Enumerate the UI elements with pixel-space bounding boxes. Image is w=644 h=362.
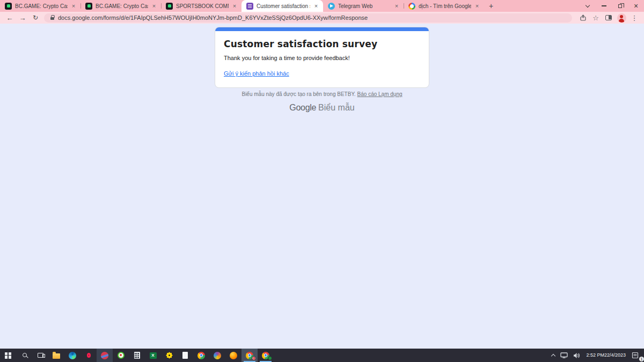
bcgame-icon [166,3,173,10]
side-panel-icon[interactable] [602,12,615,23]
tab-close-icon[interactable] [393,2,400,10]
google-forms-icon [246,3,253,10]
address-bar[interactable]: docs.google.com/forms/d/e/1FAIpQLSehH57W… [44,13,572,23]
google-icon [408,3,415,10]
clock-date: 22/4/2023 [604,352,626,358]
browser-window: BC.GAME: Crypto Casino Games BC.GAME: Cr… [0,0,644,362]
back-icon[interactable] [3,12,16,23]
green-utility-app-icon[interactable] [113,349,129,362]
file-explorer-icon[interactable] [48,349,64,362]
excel-icon[interactable] [145,349,161,362]
system-tray: 2:52 PM 22/4/2023 1 [549,349,644,362]
new-tab-button[interactable] [484,0,498,12]
tab-title: Telegram Web [338,3,391,9]
bookmark-star-icon[interactable] [589,12,602,23]
form-title: Customer satisfaction survey [224,38,420,50]
bcgame-icon [85,3,92,10]
clock-time: 2:52 PM [586,352,604,358]
tab-strip: BC.GAME: Crypto Casino Games BC.GAME: Cr… [0,0,644,12]
tab-search-chevron-icon[interactable] [580,0,596,12]
tab-close-icon[interactable] [70,2,77,10]
firefox-icon[interactable] [225,349,241,362]
telegram-icon [328,3,335,10]
tab-close-icon[interactable] [473,2,481,10]
bcgame-icon [5,3,12,10]
browser-toolbar: docs.google.com/forms/d/e/1FAIpQLSehH57W… [0,12,644,24]
network-icon[interactable] [558,349,570,362]
report-abuse-link[interactable]: Báo cáo Lạm dụng [357,91,402,97]
tab-title: SPORTSBOOK COMMUNITY SURVEY [176,3,229,9]
form-response-page: Customer satisfaction survey Thank you f… [0,24,644,349]
forms-product-text: Biểu mẫu [318,103,355,112]
chevron-up-icon[interactable] [549,349,558,362]
reload-icon[interactable] [29,12,42,23]
form-card: Customer satisfaction survey Thank you f… [215,27,429,88]
yellow-gear-app-icon[interactable] [161,349,177,362]
tab-close-icon[interactable] [312,2,320,10]
tab-title: Customer satisfaction survey [257,3,310,9]
google-forms-branding: GoogleBiểu mẫu [0,103,644,113]
tab-title: dịch - Tìm trên Google [419,3,471,9]
url-text: docs.google.com/forms/d/e/1FAIpQLSehH57W… [58,14,368,21]
notification-icon[interactable]: 1 [629,349,644,362]
submit-another-response-link[interactable]: Gửi ý kiến phản hồi khác [224,70,289,77]
form-confirmation-message: Thank you for taking a time to provide f… [224,55,420,62]
restore-icon[interactable] [612,0,628,12]
tab-sportsbook-survey[interactable]: SPORTSBOOK COMMUNITY SURVEY [161,0,241,12]
tab-bcgame-1[interactable]: BC.GAME: Crypto Casino Games [0,0,80,12]
chrome-icon[interactable] [193,349,209,362]
tab-google-search[interactable]: dịch - Tìm trên Google [404,0,484,12]
tab-close-icon[interactable] [150,2,158,10]
notepad-icon[interactable] [177,349,193,362]
notification-count-badge: 1 [639,357,644,361]
windows-start-icon[interactable] [0,349,16,362]
minimize-icon[interactable] [596,0,612,12]
tab-customer-survey-active[interactable]: Customer satisfaction survey [241,0,323,12]
opera-icon[interactable] [80,349,97,362]
paint-3d-icon[interactable] [209,349,225,362]
tab-bcgame-2[interactable]: BC.GAME: Crypto Casino Games [80,0,161,12]
search-icon[interactable] [16,349,32,362]
task-view-icon[interactable] [32,349,48,362]
forward-icon[interactable] [16,12,29,23]
volume-icon[interactable] [570,349,583,362]
tab-close-icon[interactable] [231,2,238,10]
google-logo-text: Google [289,103,316,112]
tab-title: BC.GAME: Crypto Casino Games [96,3,148,9]
form-card-accent-bar [215,27,429,31]
edge-icon[interactable] [64,349,80,362]
profile-avatar[interactable] [615,12,628,23]
tab-telegram[interactable]: Telegram Web [323,0,404,12]
chrome-profile-green-icon[interactable] [258,349,274,362]
calculator-icon[interactable] [129,349,145,362]
windows-taskbar: 2:52 PM 22/4/2023 1 [0,349,644,362]
tab-title: BC.GAME: Crypto Casino Games [15,3,68,9]
ccleaner-icon[interactable] [97,349,113,362]
share-icon[interactable] [576,12,589,23]
form-disclaimer: Biểu mẫu này đã được tạo ra bên trong BE… [0,91,644,97]
disclaimer-text: Biểu mẫu này đã được tạo ra bên trong BE… [241,91,355,97]
window-controls [580,0,644,12]
close-icon[interactable] [628,0,644,12]
lock-icon[interactable] [50,17,54,20]
menu-dots-icon[interactable] [628,12,641,23]
taskbar-clock[interactable]: 2:52 PM 22/4/2023 [583,349,629,362]
form-card-body: Customer satisfaction survey Thank you f… [215,31,429,87]
chrome-profile-red-icon[interactable] [241,349,258,362]
